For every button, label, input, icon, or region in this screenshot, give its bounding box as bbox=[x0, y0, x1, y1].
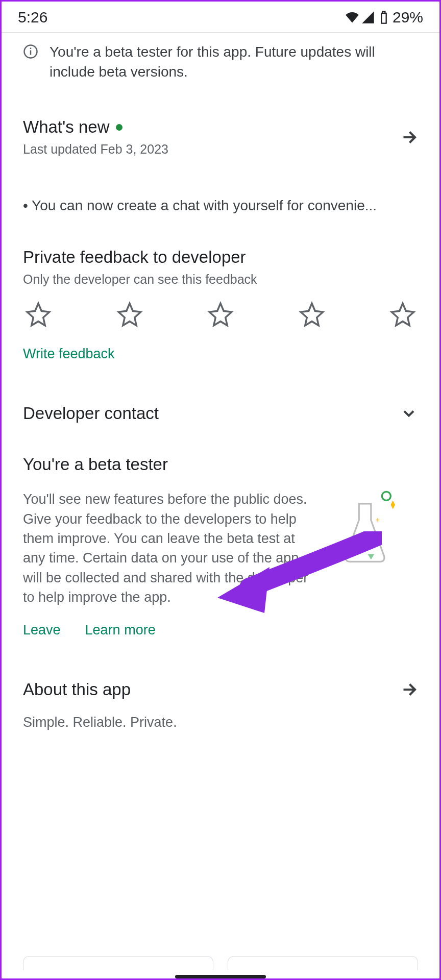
bottom-cards bbox=[23, 956, 418, 971]
feedback-subtitle: Only the developer can see this feedback bbox=[23, 272, 418, 287]
star-3[interactable] bbox=[207, 301, 234, 328]
status-bar: 5:26 29% bbox=[2, 2, 439, 32]
beta-tester-title: You're a beta tester bbox=[23, 455, 418, 474]
chevron-down-icon[interactable] bbox=[400, 404, 418, 423]
feedback-title: Private feedback to developer bbox=[23, 248, 418, 267]
write-feedback-link[interactable]: Write feedback bbox=[23, 333, 418, 369]
rating-stars bbox=[23, 287, 418, 333]
svg-rect-1 bbox=[30, 51, 32, 55]
about-app-description: Simple. Reliable. Private. bbox=[23, 715, 418, 730]
developer-contact-title: Developer contact bbox=[23, 404, 159, 423]
star-1[interactable] bbox=[25, 301, 52, 328]
status-time: 5:26 bbox=[18, 9, 47, 26]
signal-icon bbox=[361, 10, 375, 24]
status-icons: 29% bbox=[345, 9, 423, 26]
star-2[interactable] bbox=[116, 301, 143, 328]
about-app-title: About this app bbox=[23, 680, 131, 699]
svg-text:+: + bbox=[375, 516, 380, 524]
whats-new-section[interactable]: What's new Last updated Feb 3, 2023 • Yo… bbox=[23, 88, 418, 226]
wifi-icon bbox=[345, 10, 359, 24]
beta-tester-description: You'll see new features before the publi… bbox=[23, 489, 319, 607]
learn-more-link[interactable]: Learn more bbox=[85, 622, 156, 638]
arrow-right-icon[interactable] bbox=[400, 128, 418, 146]
info-icon bbox=[23, 44, 38, 59]
beta-tester-section: You're a beta tester You'll see new feat… bbox=[23, 426, 418, 645]
developer-contact-section[interactable]: Developer contact bbox=[23, 372, 418, 426]
star-5[interactable] bbox=[389, 301, 416, 328]
card-preview[interactable] bbox=[228, 956, 418, 970]
arrow-right-icon[interactable] bbox=[400, 680, 418, 699]
gesture-bar bbox=[175, 975, 266, 978]
battery-percent: 29% bbox=[393, 9, 423, 26]
beta-info-banner: You're a beta tester for this app. Futur… bbox=[23, 33, 418, 88]
battery-icon bbox=[377, 10, 391, 24]
beta-info-text: You're a beta tester for this app. Futur… bbox=[50, 42, 418, 82]
whats-new-title: What's new bbox=[23, 117, 110, 137]
card-preview[interactable] bbox=[23, 956, 213, 970]
feedback-section: Private feedback to developer Only the d… bbox=[23, 226, 418, 372]
svg-point-3 bbox=[382, 492, 390, 501]
beaker-icon: + bbox=[331, 489, 398, 566]
whats-new-body: • You can now create a chat with yoursel… bbox=[23, 198, 418, 214]
svg-rect-2 bbox=[30, 48, 32, 50]
about-app-section[interactable]: About this app Simple. Reliable. Private… bbox=[23, 645, 418, 733]
leave-beta-link[interactable]: Leave bbox=[23, 622, 61, 638]
star-4[interactable] bbox=[299, 301, 325, 328]
new-dot-icon bbox=[116, 124, 122, 131]
last-updated: Last updated Feb 3, 2023 bbox=[23, 142, 168, 157]
